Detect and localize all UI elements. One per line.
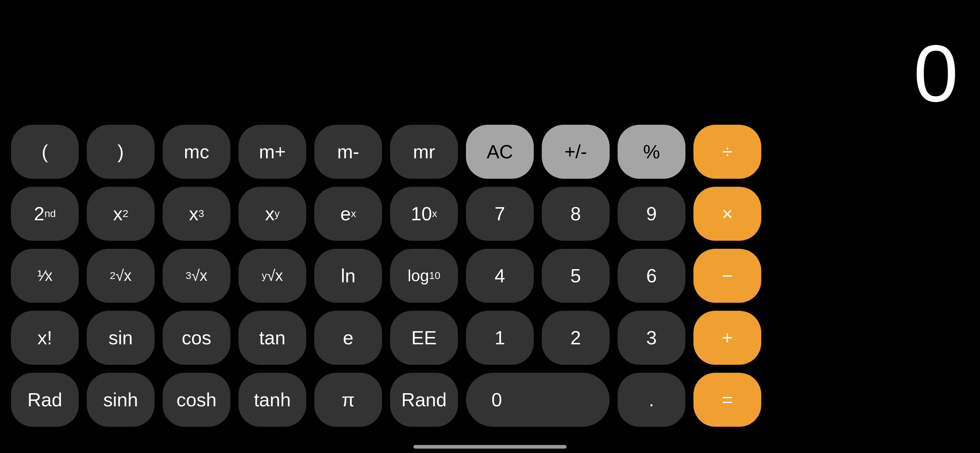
row-3: ¹⁄x 2√x 3√x y√x ln log10 4 5 6 − xyxy=(11,249,969,303)
subtract-button[interactable]: − xyxy=(694,249,761,303)
display-value: 0 xyxy=(914,33,958,114)
row-5: Rad sinh cosh tanh π Rand 0 . = xyxy=(11,373,969,427)
home-bar xyxy=(414,445,566,449)
rand-button[interactable]: Rand xyxy=(390,373,458,427)
sqrt2-button[interactable]: 2√x xyxy=(87,249,154,303)
plus-minus-button[interactable]: +/- xyxy=(542,125,609,179)
equals-button[interactable]: = xyxy=(694,373,761,427)
e-x-button[interactable]: ex xyxy=(314,187,382,241)
sqrty-button[interactable]: y√x xyxy=(239,249,306,303)
1-button[interactable]: 1 xyxy=(466,311,534,365)
ac-button[interactable]: AC xyxy=(466,125,534,179)
2nd-button[interactable]: 2nd xyxy=(11,187,79,241)
x-y-button[interactable]: xy xyxy=(239,187,306,241)
m-minus-button[interactable]: m- xyxy=(314,125,382,179)
decimal-button[interactable]: . xyxy=(617,373,686,427)
2-button[interactable]: 2 xyxy=(542,311,609,365)
sin-button[interactable]: sin xyxy=(87,311,154,365)
0-button[interactable]: 0 xyxy=(466,373,609,427)
3-button[interactable]: 3 xyxy=(617,311,686,365)
10-x-button[interactable]: 10x xyxy=(390,187,458,241)
m-plus-button[interactable]: m+ xyxy=(239,125,306,179)
pi-button[interactable]: π xyxy=(314,373,382,427)
calculator-grid: ( ) mc m+ m- mr AC +/- % ÷ 2nd x2 x3 xy … xyxy=(0,125,980,445)
open-paren-button[interactable]: ( xyxy=(11,125,79,179)
reciprocal-button[interactable]: ¹⁄x xyxy=(11,249,79,303)
divide-button[interactable]: ÷ xyxy=(694,125,761,179)
7-button[interactable]: 7 xyxy=(466,187,534,241)
cos-button[interactable]: cos xyxy=(162,311,231,365)
6-button[interactable]: 6 xyxy=(617,249,686,303)
rad-button[interactable]: Rad xyxy=(11,373,79,427)
add-button[interactable]: + xyxy=(694,311,761,365)
home-indicator-area xyxy=(0,445,980,453)
e-button[interactable]: e xyxy=(314,311,382,365)
cosh-button[interactable]: cosh xyxy=(162,373,231,427)
percent-button[interactable]: % xyxy=(617,125,686,179)
x-squared-button[interactable]: x2 xyxy=(87,187,154,241)
9-button[interactable]: 9 xyxy=(617,187,686,241)
multiply-button[interactable]: × xyxy=(694,187,761,241)
tanh-button[interactable]: tanh xyxy=(239,373,306,427)
mr-button[interactable]: mr xyxy=(390,125,458,179)
row-1: ( ) mc m+ m- mr AC +/- % ÷ xyxy=(11,125,969,179)
8-button[interactable]: 8 xyxy=(542,187,609,241)
4-button[interactable]: 4 xyxy=(466,249,534,303)
log10-button[interactable]: log10 xyxy=(390,249,458,303)
sinh-button[interactable]: sinh xyxy=(87,373,154,427)
sqrt3-button[interactable]: 3√x xyxy=(162,249,231,303)
x-cubed-button[interactable]: x3 xyxy=(162,187,231,241)
row-4: x! sin cos tan e EE 1 2 3 + xyxy=(11,311,969,365)
close-paren-button[interactable]: ) xyxy=(87,125,154,179)
display-area: 0 xyxy=(0,0,980,125)
factorial-button[interactable]: x! xyxy=(11,311,79,365)
5-button[interactable]: 5 xyxy=(542,249,609,303)
ln-button[interactable]: ln xyxy=(314,249,382,303)
ee-button[interactable]: EE xyxy=(390,311,458,365)
tan-button[interactable]: tan xyxy=(239,311,306,365)
row-2: 2nd x2 x3 xy ex 10x 7 8 9 × xyxy=(11,187,969,241)
mc-button[interactable]: mc xyxy=(162,125,231,179)
